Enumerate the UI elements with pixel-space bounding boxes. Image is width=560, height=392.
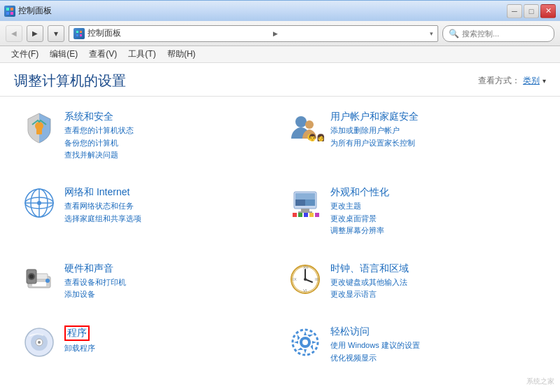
hardware-link-1[interactable]: 查看设备和打印机 [64,276,272,289]
titlebar-controls: ─ □ ✕ [507,4,556,18]
svg-text:👨‍👩: 👨‍👩 [308,133,326,142]
forward-button[interactable]: ▶ [27,25,43,42]
svg-rect-1 [10,8,13,10]
appearance-links: 更改主题 更改桌面背景 调整屏幕分辨率 [330,200,538,237]
navbar: ◀ ▶ ▾ 控制面板 ▶ ▾ 🔍 [0,21,560,46]
appearance-link-3[interactable]: 调整屏幕分辨率 [330,225,538,237]
clock-text: 时钟、语言和区域 更改键盘或其他输入法 更改显示语言 [330,262,538,301]
programs-icon [22,326,56,359]
user-title[interactable]: 用户帐户和家庭安全 [330,111,538,123]
clock-links: 更改键盘或其他输入法 更改显示语言 [330,276,538,301]
menu-view[interactable]: 查看(V) [83,47,122,62]
svg-rect-2 [6,12,9,15]
svg-rect-9 [36,129,42,134]
svg-rect-28 [304,213,308,217]
titlebar-left: 控制面板 [4,5,52,17]
network-link-2[interactable]: 选择家庭组和共享选项 [64,213,272,225]
svg-text:IX: IX [293,277,297,281]
accessibility-link-2[interactable]: 优化视频显示 [330,352,538,365]
programs-links: 卸载程序 [64,342,272,355]
appearance-link-1[interactable]: 更改主题 [330,200,538,213]
svg-rect-24 [301,209,309,211]
svg-point-50 [38,341,41,344]
menu-help[interactable]: 帮助(H) [162,47,202,62]
hardware-links: 查看设备和打印机 添加设备 [64,276,272,301]
appearance-text: 外观和个性化 更改主题 更改桌面背景 调整屏幕分辨率 [330,186,538,237]
security-link-3[interactable]: 查找并解决问题 [64,149,272,162]
view-dropdown-icon[interactable]: ▾ [542,77,546,85]
svg-rect-25 [298,211,312,213]
svg-rect-0 [6,8,9,10]
category-hardware[interactable]: 硬件和声音 查看设备和打印机 添加设备 [14,257,280,321]
user-icon: 👨‍👩 [288,111,322,144]
address-dropdown-icon: ▾ [430,30,433,37]
accessibility-title[interactable]: 轻松访问 [330,326,538,338]
accessibility-link-1[interactable]: 使用 Windows 建议的设置 [330,340,538,352]
view-options: 查看方式： 类别 ▾ [478,75,546,87]
search-input[interactable] [462,29,548,38]
category-appearance[interactable]: 外观和个性化 更改主题 更改桌面背景 调整屏幕分辨率 [280,181,546,256]
menu-file[interactable]: 文件(F) [6,47,44,62]
svg-point-34 [46,279,50,283]
search-icon: 🔍 [449,29,459,38]
menu-edit[interactable]: 编辑(E) [44,47,83,62]
user-text: 用户帐户和家庭安全 添加或删除用户帐户 为所有用户设置家长控制 [330,111,538,149]
titlebar-app-icon [4,6,15,17]
category-security[interactable]: 系统和安全 查看您的计算机状态 备份您的计算机 查找并解决问题 [14,105,280,181]
user-link-2[interactable]: 为所有用户设置家长控制 [330,137,538,150]
category-user[interactable]: 👨‍👩 用户帐户和家庭安全 添加或删除用户帐户 为所有用户设置家长控制 [280,105,546,181]
back-arrow-icon: ◀ [11,29,17,37]
category-clock[interactable]: VI XII III IX 时钟、语言和区域 更改键盘或其他输入法 更改显示语言 [280,257,546,321]
titlebar-title: 控制面板 [18,5,52,17]
programs-link-1[interactable]: 卸载程序 [64,342,272,355]
clock-link-2[interactable]: 更改显示语言 [330,288,538,301]
security-title[interactable]: 系统和安全 [64,111,272,123]
clock-link-1[interactable]: 更改键盘或其他输入法 [330,276,538,289]
accessibility-text: 轻松访问 使用 Windows 建议的设置 优化视频显示 [330,326,538,364]
clock-title[interactable]: 时钟、语言和区域 [330,262,538,275]
content-header: 调整计算机的设置 查看方式： 类别 ▾ [0,63,560,97]
network-title[interactable]: 网络和 Internet [64,186,272,199]
dropdown-icon: ▾ [54,29,58,38]
titlebar: 控制面板 ─ □ ✕ [0,0,560,21]
close-button[interactable]: ✕ [540,4,556,18]
category-accessibility[interactable]: 轻松访问 使用 Windows 建议的设置 优化视频显示 [280,320,546,384]
address-bar[interactable]: 控制面板 ▶ ▾ [69,25,438,42]
security-link-2[interactable]: 备份您的计算机 [64,137,272,150]
menu-tools[interactable]: 工具(T) [122,47,161,62]
minimize-button[interactable]: ─ [507,4,522,18]
user-link-1[interactable]: 添加或删除用户帐户 [330,125,538,137]
category-programs[interactable]: 程序 卸载程序 [14,320,280,384]
svg-text:XII: XII [303,265,309,270]
category-network[interactable]: 网络和 Internet 查看网络状态和任务 选择家庭组和共享选项 [14,181,280,256]
appearance-title[interactable]: 外观和个性化 [330,186,538,199]
address-text: 控制面板 [88,27,121,39]
appearance-link-2[interactable]: 更改桌面背景 [330,213,538,225]
appearance-icon [288,186,322,220]
hardware-title[interactable]: 硬件和声音 [64,262,272,275]
svg-rect-30 [315,213,319,217]
maximize-button[interactable]: □ [524,4,539,18]
svg-point-42 [304,278,307,281]
page-title: 调整计算机的设置 [14,71,126,90]
svg-rect-7 [80,34,82,36]
svg-rect-26 [293,213,297,217]
watermark: 系统之家 [526,377,554,386]
svg-rect-27 [298,213,302,217]
back-button[interactable]: ◀ [6,25,22,42]
network-link-1[interactable]: 查看网络状态和任务 [64,200,272,213]
user-links: 添加或删除用户帐户 为所有用户设置家长控制 [330,125,538,149]
dropdown-button[interactable]: ▾ [48,25,64,42]
programs-title[interactable]: 程序 [64,326,90,341]
svg-rect-5 [80,31,82,33]
address-separator: ▶ [273,30,278,37]
svg-rect-4 [76,31,78,33]
hardware-link-2[interactable]: 添加设备 [64,288,272,301]
view-current[interactable]: 类别 [523,75,540,87]
svg-point-19 [37,201,41,205]
network-links: 查看网络状态和任务 选择家庭组和共享选项 [64,200,272,225]
network-text: 网络和 Internet 查看网络状态和任务 选择家庭组和共享选项 [64,186,272,225]
security-link-1[interactable]: 查看您的计算机状态 [64,125,272,137]
search-bar[interactable]: 🔍 [442,25,554,42]
address-app-icon [74,28,85,39]
